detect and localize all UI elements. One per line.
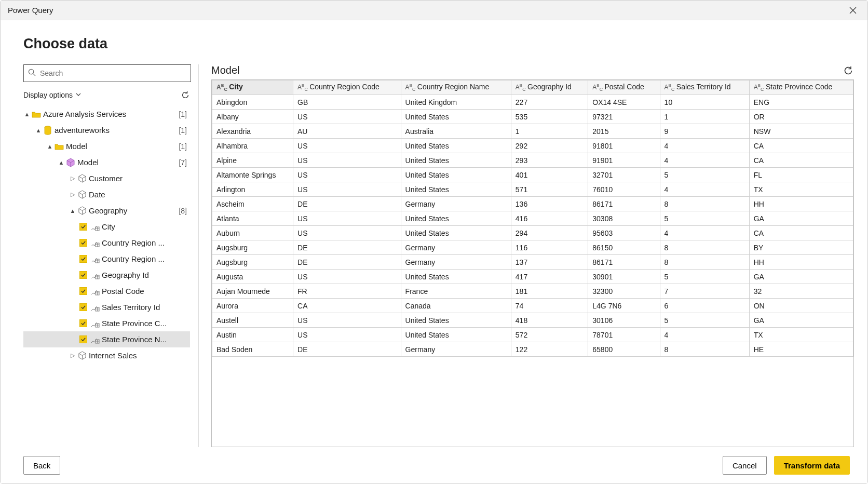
checkbox-checked[interactable] — [79, 287, 87, 295]
checkbox-checked[interactable] — [79, 319, 87, 327]
close-button[interactable] — [846, 3, 860, 18]
column-header[interactable]: ABC Geography Id — [511, 80, 588, 95]
table-cell[interactable]: 417 — [511, 270, 588, 284]
table-row[interactable]: AlhambraUSUnited States292918014CA — [212, 139, 853, 153]
table-cell[interactable]: 227 — [511, 95, 588, 110]
table-cell[interactable]: 30901 — [588, 270, 660, 284]
table-cell[interactable]: 8 — [660, 240, 749, 255]
table-cell[interactable]: ON — [749, 299, 853, 313]
table-cell[interactable]: 416 — [511, 211, 588, 226]
table-cell[interactable]: United States — [401, 211, 511, 226]
table-cell[interactable]: 1 — [511, 124, 588, 139]
table-cell[interactable]: 91801 — [588, 139, 660, 153]
table-cell[interactable]: 76010 — [588, 182, 660, 197]
table-cell[interactable]: US — [293, 211, 401, 226]
checkbox-checked[interactable] — [79, 223, 87, 231]
refresh-tree-button[interactable] — [180, 89, 191, 101]
table-cell[interactable]: 32 — [749, 284, 853, 299]
collapse-toggle[interactable]: ▲ — [69, 208, 76, 214]
table-cell[interactable]: Aurora — [212, 299, 293, 313]
table-cell[interactable]: Germany — [401, 197, 511, 211]
table-cell[interactable]: Austell — [212, 313, 293, 328]
table-cell[interactable]: NSW — [749, 124, 853, 139]
table-row[interactable]: AugsburgDEGermany116861508BY — [212, 240, 853, 255]
table-cell[interactable]: Austin — [212, 328, 293, 342]
tree-column-geography-id[interactable]: Geography Id — [23, 267, 190, 283]
table-cell[interactable]: 97321 — [588, 110, 660, 124]
table-cell[interactable]: Australia — [401, 124, 511, 139]
tree-node-date[interactable]: ▷ Date — [23, 186, 190, 203]
table-cell[interactable]: Canada — [401, 299, 511, 313]
table-cell[interactable]: CA — [749, 153, 853, 168]
tree-node-azure-analysis-services[interactable]: ▲ Azure Analysis Services [1] — [23, 106, 190, 122]
table-cell[interactable]: Germany — [401, 342, 511, 357]
table-cell[interactable]: 418 — [511, 313, 588, 328]
table-cell[interactable]: 9 — [660, 124, 749, 139]
table-cell[interactable]: Altamonte Springs — [212, 168, 293, 182]
table-cell[interactable]: 74 — [511, 299, 588, 313]
table-cell[interactable]: 4 — [660, 328, 749, 342]
table-row[interactable]: AlexandriaAUAustralia120159NSW — [212, 124, 853, 139]
table-cell[interactable]: GA — [749, 313, 853, 328]
table-cell[interactable]: 571 — [511, 182, 588, 197]
expand-toggle[interactable]: ▷ — [69, 191, 76, 198]
tree-column-state-province-name[interactable]: State Province N... — [23, 331, 190, 347]
search-box[interactable] — [23, 64, 191, 82]
table-row[interactable]: Bad SodenDEGermany122658008HE — [212, 342, 853, 357]
table-cell[interactable]: 86171 — [588, 197, 660, 211]
table-cell[interactable]: United States — [401, 270, 511, 284]
table-cell[interactable]: United States — [401, 182, 511, 197]
table-cell[interactable]: United States — [401, 139, 511, 153]
column-header[interactable]: ABC Sales Territory Id — [660, 80, 749, 95]
table-cell[interactable]: Alpine — [212, 153, 293, 168]
table-cell[interactable]: GB — [293, 95, 401, 110]
data-grid[interactable]: ABC CityABC Country Region CodeABC Count… — [211, 79, 854, 447]
table-cell[interactable]: CA — [749, 139, 853, 153]
table-cell[interactable]: 2015 — [588, 124, 660, 139]
table-cell[interactable]: AU — [293, 124, 401, 139]
table-cell[interactable]: HH — [749, 197, 853, 211]
navigator-tree[interactable]: ▲ Azure Analysis Services [1] ▲ adve — [23, 106, 191, 447]
table-row[interactable]: AbingdonGBUnited Kingdom227OX14 4SE10ENG — [212, 95, 853, 110]
table-cell[interactable]: United Kingdom — [401, 95, 511, 110]
tree-column-state-province-code[interactable]: State Province C... — [23, 315, 190, 331]
table-cell[interactable]: United States — [401, 110, 511, 124]
table-cell[interactable]: OR — [749, 110, 853, 124]
table-cell[interactable]: 293 — [511, 153, 588, 168]
checkbox-checked[interactable] — [79, 239, 87, 247]
table-cell[interactable]: Arlington — [212, 182, 293, 197]
table-cell[interactable]: US — [293, 313, 401, 328]
table-cell[interactable]: 401 — [511, 168, 588, 182]
tree-node-model-cube[interactable]: ▲ Model [7] — [23, 154, 190, 170]
table-cell[interactable]: Albany — [212, 110, 293, 124]
table-cell[interactable]: United States — [401, 226, 511, 240]
tree-column-country-region-name[interactable]: Country Region ... — [23, 251, 190, 267]
table-row[interactable]: Altamonte SpringsUSUnited States40132701… — [212, 168, 853, 182]
table-cell[interactable]: 6 — [660, 299, 749, 313]
checkbox-checked[interactable] — [79, 303, 87, 311]
table-cell[interactable]: 572 — [511, 328, 588, 342]
table-cell[interactable]: US — [293, 182, 401, 197]
checkbox-checked[interactable] — [79, 271, 87, 279]
table-cell[interactable]: Alhambra — [212, 139, 293, 153]
table-cell[interactable]: 122 — [511, 342, 588, 357]
table-cell[interactable]: Atlanta — [212, 211, 293, 226]
back-button[interactable]: Back — [23, 456, 60, 475]
cancel-button[interactable]: Cancel — [723, 456, 767, 475]
table-row[interactable]: AustellUSUnited States418301065GA — [212, 313, 853, 328]
table-cell[interactable]: ENG — [749, 95, 853, 110]
table-cell[interactable]: United States — [401, 313, 511, 328]
tree-column-city[interactable]: City — [23, 219, 190, 235]
tree-node-geography[interactable]: ▲ Geography [8] — [23, 203, 190, 219]
table-cell[interactable]: 5 — [660, 168, 749, 182]
tree-column-postal-code[interactable]: Postal Code — [23, 283, 190, 299]
table-cell[interactable]: 4 — [660, 153, 749, 168]
table-row[interactable]: ArlingtonUSUnited States571760104TX — [212, 182, 853, 197]
checkbox-checked[interactable] — [79, 255, 87, 263]
table-cell[interactable]: 4 — [660, 182, 749, 197]
table-cell[interactable]: 78701 — [588, 328, 660, 342]
table-cell[interactable]: 1 — [660, 110, 749, 124]
search-input[interactable] — [39, 69, 186, 78]
display-options[interactable]: Display options — [23, 89, 191, 101]
table-cell[interactable]: DE — [293, 240, 401, 255]
